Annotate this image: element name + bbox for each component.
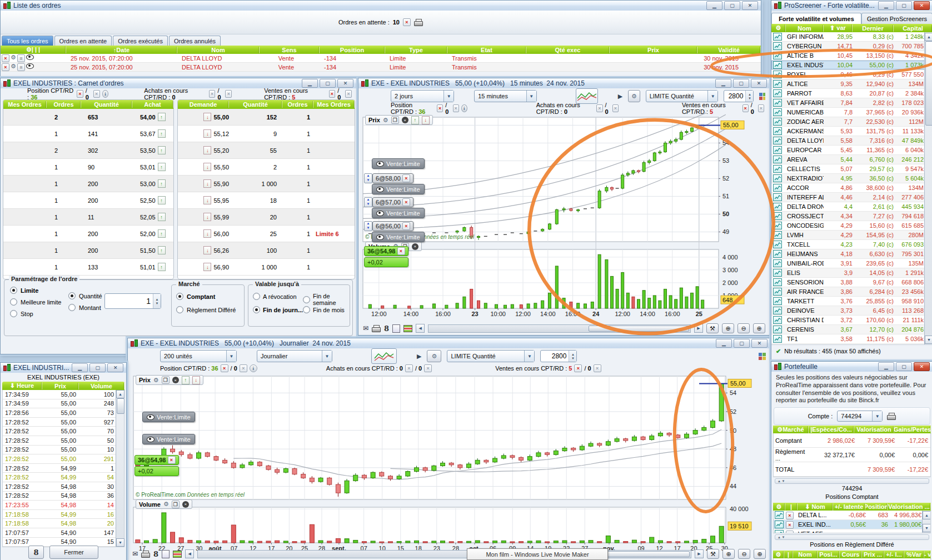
screener-row[interactable]: CYBERGUN 14,71 0,29 (c) 700 785 xyxy=(771,42,932,51)
bid-row[interactable]: 1141 53,67 ↑ xyxy=(3,126,173,142)
screener-row[interactable]: EXEL INDUST... 10,04 55,00 (c) 1 073k xyxy=(771,61,932,70)
tape-row[interactable]: 17:28:5255,0070 xyxy=(3,427,124,436)
delete-icon[interactable]: × xyxy=(329,90,336,98)
delete-icon[interactable]: × xyxy=(2,54,9,62)
ask-row[interactable]: ↓ 55,50 2 1 xyxy=(178,159,355,176)
screener-row[interactable]: VET AFFAIRES 7,84 2,82 (c) 178 023 xyxy=(771,98,932,108)
sell-icon[interactable]: ↓ xyxy=(203,229,211,238)
delete-icon[interactable]: × xyxy=(403,18,411,26)
row-actions[interactable]: ×⚙≡ xyxy=(1,63,66,71)
zoom-out[interactable]: ⊖ xyxy=(737,323,750,333)
range-dropdown[interactable]: 200 unités▼ xyxy=(160,350,237,362)
bid-row[interactable]: 1200 52,50 ↑ xyxy=(3,192,173,209)
sell-icon[interactable]: ↓ xyxy=(203,113,211,121)
titlebar[interactable]: Liste des ordres ▁ ▢ ✕ xyxy=(1,1,761,11)
scroll-left[interactable]: ◀ xyxy=(185,549,194,558)
link-icon[interactable]: 8 xyxy=(153,551,158,558)
link-icon[interactable]: 8 xyxy=(384,325,389,332)
radio-Stop[interactable]: Stop xyxy=(10,310,33,317)
export-icon[interactable] xyxy=(162,550,170,558)
close-button[interactable]: ✕ xyxy=(914,362,930,371)
position-row[interactable]: × EXEL IND... 0,56€ 36 1 980,00€ xyxy=(774,520,930,529)
close-button[interactable]: ✕ xyxy=(751,79,767,88)
column-nom[interactable]: Nom xyxy=(786,25,824,32)
delete-icon[interactable]: × xyxy=(402,198,410,206)
price-spinner[interactable]: ▲▼ xyxy=(364,221,372,231)
radio-Fin de semaine[interactable]: Fin de semaine xyxy=(303,293,350,306)
tab-ordres-ex-cut-s[interactable]: Ordres exécutés xyxy=(113,36,168,46)
wrench-button[interactable]: ⚙ xyxy=(628,90,640,102)
radio-Montant[interactable]: Montant xyxy=(68,304,101,311)
screener-row[interactable]: DELTA LLOYD 5,58 7,316 (c) 47 849k xyxy=(771,136,932,146)
minimize-button[interactable]: ▁ xyxy=(878,1,894,10)
column-prix[interactable]: Prix xyxy=(42,383,79,389)
column-capital[interactable]: Capital xyxy=(894,25,932,32)
sell-limit-tag[interactable]: Vente:Limite xyxy=(372,232,425,242)
tape-row[interactable]: 17:18:5854,9820 xyxy=(3,519,124,528)
tab-tous-les-ordres[interactable]: Tous les ordres xyxy=(2,36,53,46)
tape-row[interactable]: 17:18:5854,9916 xyxy=(3,510,124,519)
minimize-button[interactable]: ▁ xyxy=(716,339,732,348)
ask-row[interactable]: ↓ 55,20 55 1 xyxy=(178,142,355,159)
screener-row[interactable]: ACCOR 4,86 38,600 (c) 134M xyxy=(771,183,932,193)
screener-row[interactable]: TXCELL 4,23 7,40 (c) 676 093 xyxy=(771,240,932,249)
radio-Fin de mois[interactable]: Fin de mois xyxy=(303,306,345,313)
tab-ordres-annul-s[interactable]: Ordres annulés xyxy=(169,36,221,46)
positions-scrollbar[interactable]: ▲ ▼ xyxy=(922,511,930,533)
buy-icon[interactable]: ↑ xyxy=(158,213,166,221)
column-7[interactable]: Prix xyxy=(610,47,697,53)
email-icon[interactable]: ✉ xyxy=(363,324,368,332)
radio-Fin de journ...[interactable]: Fin de journ... xyxy=(253,306,303,313)
order-type-dropdown[interactable]: LIMITE Quantité▼ xyxy=(447,350,535,362)
delete-icon[interactable]: × xyxy=(786,521,794,529)
radio-icon[interactable] xyxy=(68,304,76,311)
buy-icon[interactable]: ↑ xyxy=(158,146,166,154)
wrench-icon[interactable]: ⚙ xyxy=(383,117,388,123)
screener-row[interactable]: AREVA 5,44 6,760 (c) 246 212 xyxy=(771,155,932,164)
ask-row[interactable]: ↓ 56,26 100 1 xyxy=(178,242,355,259)
sell-icon[interactable]: ↓ xyxy=(203,146,211,154)
bid-price[interactable]: 53,00 ↑ xyxy=(132,179,173,188)
close-button[interactable]: ✕ xyxy=(751,339,767,348)
clear-icon[interactable]: × xyxy=(424,364,432,372)
column[interactable]: Quantité xyxy=(229,101,282,108)
minimize-button[interactable]: ▁ xyxy=(72,363,88,372)
screener-row[interactable]: EURONEXT 3,46 44,650 (c) 3 793k xyxy=(771,344,932,344)
position-tag[interactable]: 36@54,98 × xyxy=(134,455,179,465)
radio-Comptant[interactable]: Comptant xyxy=(176,293,215,300)
close-button[interactable]: Fermer xyxy=(49,546,98,559)
column-volume[interactable]: Volume xyxy=(79,383,124,389)
link-button[interactable]: 8 xyxy=(28,546,44,559)
spinner-arrows[interactable]: ▲▼ xyxy=(153,294,161,308)
info-icon[interactable]: i xyxy=(102,90,109,98)
table-icon[interactable] xyxy=(173,551,182,558)
bid-price[interactable]: 53,50 ↑ xyxy=(132,146,173,154)
scroll-right[interactable]: ▶ xyxy=(695,549,704,558)
screener-row[interactable]: CERENIS 3,67 12,70 (c) 204 876 xyxy=(771,325,932,334)
wrench-icon[interactable]: ⚙ xyxy=(153,377,159,383)
tape-row[interactable]: 17:28:5254,9830 xyxy=(3,482,124,492)
tape-row[interactable]: 17:28:5255,00291 xyxy=(3,454,124,464)
clear-icon[interactable]: × xyxy=(405,364,413,372)
scrollbar[interactable] xyxy=(197,550,691,558)
ask-price[interactable]: ↓ 56,00 xyxy=(178,229,229,238)
zoom-fit[interactable]: ⊕ xyxy=(722,549,735,559)
buy-icon[interactable]: ↑ xyxy=(158,263,166,271)
bid-price[interactable]: 54,00 ↑ xyxy=(132,113,173,121)
column[interactable]: Ordres xyxy=(282,101,313,108)
email-icon[interactable]: ✉ xyxy=(132,550,138,558)
radio-icon[interactable] xyxy=(10,298,17,306)
clear-icon[interactable]: × xyxy=(93,90,100,98)
column-4[interactable]: Type xyxy=(385,47,447,53)
ask-row[interactable]: ↓ 55,95 18 1 xyxy=(178,192,355,209)
delete-icon[interactable]: × xyxy=(742,104,749,112)
order-price-tag[interactable]: 6@58,00 × xyxy=(372,173,413,183)
tape-row[interactable]: 17:28:5254,9836 xyxy=(3,492,124,501)
minimize-button[interactable]: ▁ xyxy=(706,1,722,10)
delete-icon[interactable]: × xyxy=(437,104,443,112)
screener-row[interactable]: SENSORION 3,88 9,67 (c) 668 806 xyxy=(771,278,932,287)
sell-limit-tag[interactable]: Vente:Limite xyxy=(372,158,425,169)
sell-limit-tag[interactable]: Vente:Limite xyxy=(142,434,195,444)
buy-icon[interactable]: ↑ xyxy=(158,113,166,121)
scroll-thumb[interactable] xyxy=(117,398,124,414)
